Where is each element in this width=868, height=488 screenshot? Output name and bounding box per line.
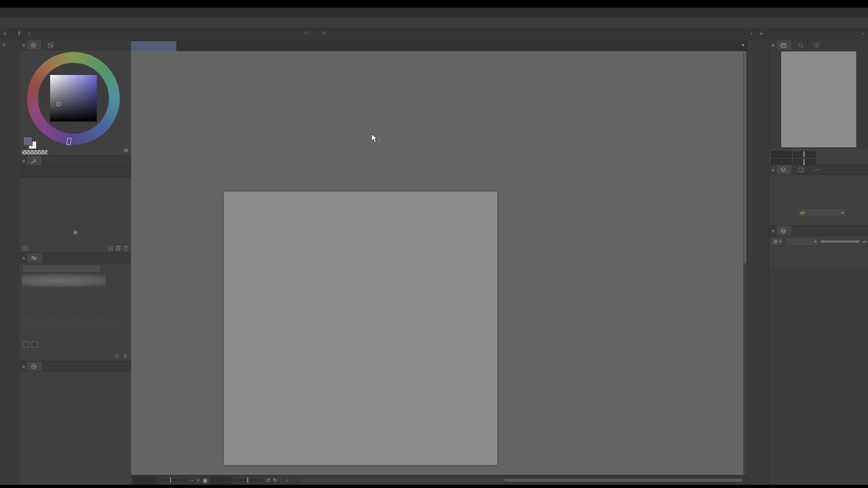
chevron-left-icon[interactable]: ‹ xyxy=(28,30,30,37)
sub-tool-group-tabs xyxy=(19,166,131,177)
navigator-panel: ≡ xyxy=(769,40,868,165)
delete-subtool-icon[interactable] xyxy=(123,245,128,251)
tab-sub-view[interactable] xyxy=(794,40,808,50)
detail-settings-icon[interactable]: ≣ xyxy=(123,353,127,359)
rotation-slider[interactable] xyxy=(234,479,263,481)
color-mixer-icon[interactable]: ⊕ xyxy=(123,147,128,154)
document-tab[interactable] xyxy=(131,41,176,51)
navigator-rotation-slider[interactable] xyxy=(793,159,816,165)
information-icon xyxy=(814,42,819,48)
anti-aliasing-option[interactable] xyxy=(24,317,49,325)
artwork-illustration xyxy=(224,192,497,465)
panel-menu-icon[interactable]: ≡ xyxy=(772,167,774,173)
left-panel-stack: ≡ xyxy=(19,40,131,485)
document-canvas[interactable] xyxy=(224,192,497,465)
horizontal-scrollbar[interactable] xyxy=(302,479,742,482)
blue-chip xyxy=(114,148,118,152)
sub-tool-icon xyxy=(31,158,37,164)
tool-shortcut-icon[interactable]: ✎ xyxy=(304,30,308,37)
canvas-viewport[interactable] xyxy=(131,51,743,475)
tab-information[interactable] xyxy=(810,40,823,50)
rotate-cw-icon[interactable]: ↻ xyxy=(273,477,277,483)
navigator-zoom-slider[interactable] xyxy=(793,151,816,158)
tab-stroke[interactable] xyxy=(810,165,824,174)
color-set-icon xyxy=(48,42,53,48)
anti-aliasing-option[interactable] xyxy=(102,317,127,325)
layer-property-icon xyxy=(780,167,786,173)
panel-menu-icon[interactable]: ≡ xyxy=(22,158,25,164)
panel-menu-icon[interactable]: ≡ xyxy=(22,364,25,369)
zoom-in-icon[interactable]: + xyxy=(197,477,200,483)
navigator-rotation-value[interactable] xyxy=(771,159,792,165)
chevron-left-icon[interactable]: ‹ xyxy=(750,30,752,37)
expand-icon[interactable] xyxy=(23,342,29,347)
tab-layer[interactable] xyxy=(777,226,792,235)
navigator-icon xyxy=(780,42,786,48)
duplicate-subtool-icon[interactable] xyxy=(116,245,121,251)
main-sub-color-swatches[interactable] xyxy=(23,136,37,149)
zoom-out-icon[interactable]: − xyxy=(191,477,194,483)
right-panel-stack: ≡ xyxy=(769,40,868,485)
adjust-by-speed-checkbox[interactable] xyxy=(32,342,38,347)
navigator-preview[interactable] xyxy=(769,50,868,149)
rotate-ccw-icon[interactable]: ↺ xyxy=(265,477,270,483)
panel-menu-icon[interactable]: ≡ xyxy=(22,255,25,261)
sv-marker[interactable] xyxy=(57,102,61,106)
zoom-slider[interactable] xyxy=(159,479,188,481)
saturation-value-square[interactable] xyxy=(50,75,97,122)
tab-tool-navigation[interactable] xyxy=(794,165,808,174)
current-subtool-label xyxy=(22,264,101,273)
fit-to-screen-icon[interactable]: ▣ xyxy=(203,477,208,483)
navigator-zoom-value[interactable] xyxy=(771,151,792,158)
add-sub-tool-button[interactable]: ⊕ xyxy=(19,229,131,235)
pen-cursor xyxy=(371,134,382,144)
vertical-scrollbar-thumb[interactable] xyxy=(744,51,746,263)
panel-menu-icon[interactable]: ≡ xyxy=(772,228,774,234)
anti-aliasing-option[interactable] xyxy=(50,317,75,325)
plus-icon: ⊕ xyxy=(73,229,77,235)
layer-opacity-slider[interactable] xyxy=(821,240,859,243)
color-wheel[interactable] xyxy=(27,52,120,145)
chevron-right-icon[interactable]: › xyxy=(862,30,863,37)
red-chip xyxy=(99,148,103,152)
tab-color-set[interactable] xyxy=(44,40,59,50)
blend-mode-dropdown[interactable]: ▾ xyxy=(785,237,819,246)
layer-list xyxy=(769,267,868,485)
subtool-settings-icon[interactable] xyxy=(22,245,28,251)
palette-color-dropdown[interactable]: ▾ xyxy=(771,237,783,246)
toolbar-menu-icon[interactable]: ≡ xyxy=(2,42,5,47)
zoom-value[interactable] xyxy=(133,477,156,484)
title-bar[interactable] xyxy=(0,8,868,18)
main-color-swatch[interactable] xyxy=(23,136,33,146)
tab-tool-property[interactable] xyxy=(27,253,43,263)
tab-list-dropdown-icon[interactable]: ▾ xyxy=(742,42,744,47)
tab-brush-size[interactable] xyxy=(27,361,43,371)
layer-property-panel: ≡ ▾ xyxy=(769,165,868,226)
tool-shortcut-icon[interactable]: ✐ xyxy=(322,30,326,37)
color-mode-icon xyxy=(800,211,806,215)
brush-stroke-preview xyxy=(22,274,106,287)
tab-sub-tool[interactable] xyxy=(27,156,42,165)
new-subtool-icon[interactable] xyxy=(108,245,113,251)
tab-navigator[interactable] xyxy=(777,40,792,50)
chevron-down-icon: ▾ xyxy=(841,211,844,215)
command-bar: « ‖ ‹ ✎ ✐ ‹ » › xyxy=(0,28,868,41)
horizontal-scrollbar-thumb[interactable] xyxy=(505,479,742,482)
expand-right-icon[interactable]: » xyxy=(760,30,763,37)
collapse-left-icon[interactable]: « xyxy=(4,30,7,37)
tab-layer-property[interactable] xyxy=(777,165,792,174)
spinner-icon[interactable]: ▴▾ xyxy=(863,239,867,244)
transparent-color-strip[interactable] xyxy=(22,150,47,155)
panel-menu-icon[interactable]: ≡ xyxy=(772,42,774,48)
expression-color-dropdown[interactable]: ▾ xyxy=(797,208,847,217)
reset-tool-icon[interactable]: ⟳ xyxy=(115,353,119,359)
chevron-down-icon: ▾ xyxy=(815,239,816,244)
tab-color-wheel[interactable] xyxy=(27,40,42,50)
menu-bar xyxy=(0,18,868,28)
panel-menu-icon[interactable]: ≡ xyxy=(22,42,25,48)
reset-rotation-icon[interactable]: ◌ xyxy=(280,477,283,483)
back-icon[interactable]: ‹ xyxy=(286,477,288,483)
anti-aliasing-option[interactable] xyxy=(76,317,101,325)
rotation-value[interactable] xyxy=(210,477,231,484)
vertical-scrollbar[interactable] xyxy=(743,51,747,475)
